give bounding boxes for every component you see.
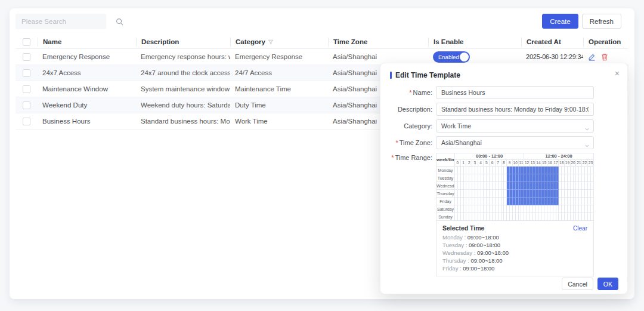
cell: Maintenance Window	[38, 85, 136, 93]
modal-header: Edit Time Template	[380, 63, 627, 79]
category-label: *Category:	[380, 119, 436, 133]
cell: Emergency response hours: weekday...	[136, 53, 230, 60]
cell: 24/7 Access	[230, 69, 328, 76]
selected-time-entry: Wednesday : 09:00~18:00	[442, 249, 587, 257]
selected-time-entry: Friday : 09:00~18:00	[442, 264, 587, 272]
name-field-row: *Name:	[380, 86, 627, 99]
name-input[interactable]	[436, 86, 594, 99]
cell: Weekend duty hours: Saturday and S...	[136, 101, 230, 109]
enabled-toggle[interactable]: Enabled	[433, 51, 470, 63]
timerange-field-row: *Time Range: week/time00:00 - 12:0012:00…	[380, 153, 627, 276]
create-button[interactable]: Create	[542, 14, 578, 29]
table-header: NameDescriptionCategoryTime ZoneIs Enabl…	[16, 36, 628, 49]
cell: System maintenance window: Sunda...	[136, 85, 230, 93]
row-checkbox[interactable]	[23, 69, 30, 77]
cell: Asia/Shanghai	[328, 53, 428, 60]
selected-time-title: Selected Time	[442, 224, 484, 232]
cell: 24x7 around the clock access	[136, 69, 230, 76]
row-checkbox[interactable]	[23, 101, 30, 109]
refresh-button[interactable]: Refresh	[582, 14, 621, 29]
cell: Business Hours	[38, 118, 136, 125]
grid-cell[interactable]	[590, 213, 593, 221]
name-label: *Name:	[380, 86, 436, 99]
description-field-row: *Description:	[380, 103, 627, 116]
cell: Emergency Response	[230, 53, 328, 60]
time-range-widget: week/time00:00 - 12:0012:00 - 24:0001234…	[436, 153, 594, 276]
column-header-name: Name	[38, 38, 136, 47]
ok-button[interactable]: OK	[597, 278, 618, 290]
modal-title: Edit Time Template	[395, 71, 460, 79]
grid-cell[interactable]	[590, 205, 593, 213]
timezone-label: *Time Zone:	[380, 136, 436, 149]
description-label: *Description:	[380, 103, 436, 116]
close-icon[interactable]: ×	[615, 69, 620, 78]
grid-cell[interactable]	[590, 167, 593, 174]
selected-time-entry: Tuesday : 09:00~18:00	[442, 241, 587, 249]
selected-time-entry: Monday : 09:00~18:00	[442, 233, 587, 241]
cell: Standard business hours: Monday to ...	[136, 118, 230, 125]
column-header-category[interactable]: Category	[230, 38, 328, 47]
row-checkbox[interactable]	[23, 118, 30, 125]
grid-cell[interactable]	[590, 190, 593, 198]
category-field-row: *Category: Work Time	[380, 119, 627, 133]
grid-cell[interactable]	[590, 174, 593, 182]
column-header-description: Description	[136, 38, 230, 47]
chevron-down-icon	[584, 140, 590, 149]
cancel-button[interactable]: Cancel	[562, 278, 593, 290]
selected-time-entry: Thursday : 09:00~18:00	[442, 257, 587, 264]
grid-cell[interactable]	[590, 198, 593, 205]
filter-icon[interactable]	[268, 39, 274, 45]
column-header-time-zone: Time Zone	[328, 38, 428, 47]
timezone-field-row: *Time Zone: Asia/Shanghai	[380, 136, 627, 149]
edit-icon[interactable]	[588, 53, 596, 61]
column-header-created-at: Created At	[521, 38, 583, 47]
row-checkbox[interactable]	[23, 53, 30, 61]
created-at-cell: 2025-06-30 12:29:34	[521, 53, 583, 60]
cell: Weekend Duty	[38, 101, 136, 109]
week-time-grid[interactable]: week/time00:00 - 12:0012:00 - 24:0001234…	[436, 153, 594, 221]
edit-time-template-modal: Edit Time Template × *Name: *Description…	[380, 63, 628, 294]
column-header-operation: Operation	[583, 38, 628, 47]
title-accent-bar	[390, 72, 392, 79]
timerange-label: *Time Range:	[380, 153, 436, 161]
delete-icon[interactable]	[601, 53, 608, 61]
cell: Emergency Response	[38, 53, 136, 60]
description-input[interactable]	[436, 103, 594, 116]
search-box	[16, 14, 106, 29]
selected-time-box: Selected Time Clear Monday : 09:00~18:00…	[436, 220, 593, 276]
timezone-select[interactable]: Asia/Shanghai	[436, 136, 594, 149]
select-all-checkbox[interactable]	[23, 38, 30, 46]
cell: Maintenance Time	[230, 85, 328, 93]
clear-link[interactable]: Clear	[573, 225, 587, 232]
cell: Duty Time	[230, 101, 328, 109]
grid-cell[interactable]	[590, 182, 593, 190]
column-header-is-enable: Is Enable	[428, 38, 521, 47]
search-icon	[116, 18, 123, 26]
select-all-cell	[16, 38, 38, 46]
cell: 24x7 Access	[38, 69, 136, 76]
chevron-down-icon	[584, 124, 590, 133]
cell: Work Time	[230, 118, 328, 125]
category-select[interactable]: Work Time	[436, 119, 594, 133]
search-input[interactable]	[16, 18, 116, 25]
row-checkbox[interactable]	[23, 85, 30, 93]
